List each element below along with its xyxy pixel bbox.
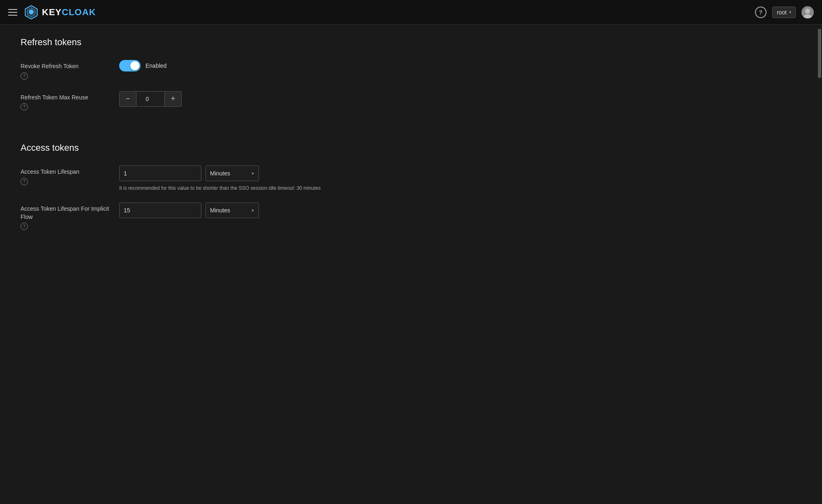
- access-token-lifespan-label: Access Token Lifespan ?: [21, 166, 111, 185]
- access-token-lifespan-implicit-label: Access Token Lifespan For Implicit Flow …: [21, 203, 111, 230]
- refresh-token-max-reuse-stepper: − +: [119, 91, 182, 107]
- access-token-lifespan-implicit-help-icon[interactable]: ?: [21, 223, 28, 230]
- revoke-refresh-token-group: Revoke Refresh Token ? Enabled: [21, 60, 555, 80]
- scrollbar-thumb[interactable]: [818, 29, 821, 78]
- revoke-refresh-token-control: Enabled: [119, 60, 166, 71]
- username-label: root: [777, 9, 787, 16]
- revoke-refresh-token-status: Enabled: [145, 62, 166, 69]
- keycloak-logo-icon: [24, 5, 39, 20]
- refresh-token-max-reuse-label: Refresh Token Max Reuse ?: [21, 91, 111, 111]
- help-button[interactable]: ?: [755, 7, 767, 18]
- hamburger-menu[interactable]: [8, 9, 17, 16]
- access-token-lifespan-control: Seconds Minutes Hours Days It is recomme…: [119, 166, 321, 191]
- revoke-refresh-token-toggle-container: Enabled: [119, 60, 166, 71]
- refresh-token-max-reuse-group: Refresh Token Max Reuse ? − +: [21, 91, 555, 111]
- top-navigation: KEYCLOAK ? root ▾: [0, 0, 822, 25]
- scrollbar[interactable]: [817, 25, 822, 504]
- logo-text: KEYCLOAK: [42, 7, 96, 18]
- nav-right: ? root ▾: [755, 6, 814, 18]
- toggle-thumb: [130, 61, 139, 70]
- user-menu-dropdown[interactable]: root ▾: [772, 7, 796, 18]
- chevron-down-icon: ▾: [789, 10, 791, 14]
- section-spacer-1: [21, 122, 555, 143]
- access-token-lifespan-unit-wrapper: Seconds Minutes Hours Days: [206, 166, 259, 181]
- access-token-lifespan-inputs: Seconds Minutes Hours Days: [119, 166, 321, 181]
- nav-left: KEYCLOAK: [8, 5, 96, 20]
- revoke-refresh-token-toggle[interactable]: [119, 60, 141, 71]
- access-token-lifespan-implicit-input[interactable]: [119, 203, 201, 218]
- decrement-max-reuse-button[interactable]: −: [120, 92, 136, 106]
- logo: KEYCLOAK: [24, 5, 96, 20]
- access-token-lifespan-implicit-inputs: Seconds Minutes Hours Days: [119, 203, 259, 218]
- access-tokens-section-title: Access tokens: [21, 143, 555, 153]
- refresh-token-max-reuse-help-icon[interactable]: ?: [21, 103, 28, 110]
- access-token-lifespan-implicit-unit-select[interactable]: Seconds Minutes Hours Days: [206, 203, 259, 218]
- access-token-lifespan-group: Access Token Lifespan ? Seconds Minutes …: [21, 166, 555, 191]
- max-reuse-input[interactable]: [136, 92, 165, 106]
- main-content: Refresh tokens Revoke Refresh Token ? En…: [0, 25, 575, 254]
- refresh-tokens-section-title: Refresh tokens: [21, 37, 555, 48]
- svg-point-4: [805, 9, 810, 14]
- svg-point-5: [804, 14, 812, 18]
- revoke-refresh-token-help-icon[interactable]: ?: [21, 72, 28, 80]
- access-token-lifespan-unit-select[interactable]: Seconds Minutes Hours Days: [206, 166, 259, 181]
- user-avatar[interactable]: [801, 6, 814, 18]
- avatar-icon: [801, 6, 814, 18]
- access-token-lifespan-implicit-unit-wrapper: Seconds Minutes Hours Days: [206, 203, 259, 218]
- refresh-token-max-reuse-control: − +: [119, 91, 182, 107]
- access-token-lifespan-help-icon[interactable]: ?: [21, 178, 28, 185]
- access-token-lifespan-implicit-group: Access Token Lifespan For Implicit Flow …: [21, 203, 555, 230]
- increment-max-reuse-button[interactable]: +: [165, 92, 181, 106]
- access-token-lifespan-input[interactable]: [119, 166, 201, 181]
- access-token-lifespan-hint: It is recommended for this value to be s…: [119, 185, 321, 191]
- access-token-lifespan-implicit-control: Seconds Minutes Hours Days: [119, 203, 259, 218]
- revoke-refresh-token-label: Revoke Refresh Token ?: [21, 60, 111, 80]
